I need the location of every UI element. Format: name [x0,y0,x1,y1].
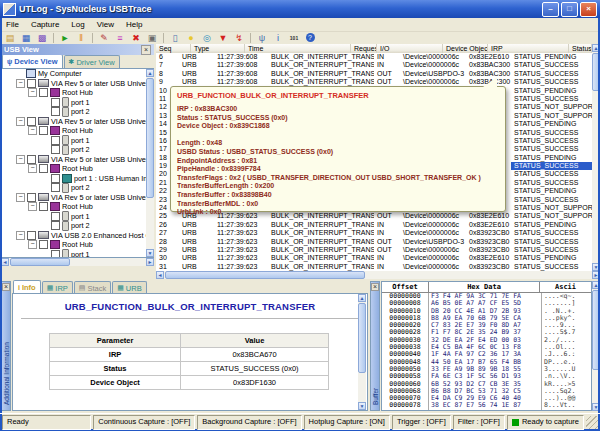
menu-item[interactable]: File [0,20,25,29]
tree-item[interactable]: − Root Hub [2,202,153,212]
tree-item[interactable]: − Root Hub [2,164,153,174]
grid-column-header[interactable]: Time [245,44,351,53]
info-vertical-scrollbar[interactable]: ▲ ▼ [358,294,366,410]
menu-item[interactable]: Capture [25,20,65,29]
close-button[interactable]: × [580,2,597,17]
grid-column-header[interactable]: Device Object [443,44,488,53]
usb-view-close-icon[interactable]: × [141,45,151,55]
tree-expand-icon[interactable]: − [16,193,25,202]
open-log-icon[interactable]: ▤ [3,32,17,44]
scroll-left-icon[interactable]: ◄ [156,271,164,279]
tree-checkbox[interactable] [51,183,60,192]
scroll-up-icon[interactable]: ▲ [146,69,154,77]
log-options-icon[interactable]: ≡ [113,32,127,44]
panel-close-icon[interactable]: × [2,283,10,291]
tree-item[interactable]: − port 1 [2,212,153,222]
tree-expand-icon[interactable]: − [16,79,25,88]
scrollbar-thumb[interactable] [146,78,154,198]
tree-item[interactable]: − Root Hub [2,126,153,136]
tree-checkbox[interactable] [39,240,48,249]
tree-item[interactable]: − VIA Rev 5 or later USB Universal Host … [2,193,153,203]
tree-item[interactable]: − port 1 [2,136,153,146]
tree-item[interactable]: − port 1 : USB Human Interface D [2,174,153,184]
tree-checkbox[interactable] [39,164,48,173]
tree-checkbox[interactable] [51,174,60,183]
tree-horizontal-scrollbar[interactable]: ◄ ► [1,258,154,266]
table-row[interactable]: 6 URB 11:27:39:608 BULK_OR_INTERRUPT_TRA… [156,53,592,61]
scroll-down-icon[interactable]: ▼ [358,402,366,410]
table-row[interactable]: 31 URB 11:27:39:623 BULK_OR_INTERRUPT_TR… [156,263,592,271]
grid-column-header[interactable]: IRP [488,44,569,53]
tree-checkbox[interactable] [51,212,60,221]
find-icon[interactable]: ◎ [200,32,214,44]
usb-view-tab[interactable]: ✱Driver View [64,55,120,68]
pause-capture-icon[interactable]: ‖ [74,32,88,44]
info-icon[interactable]: i [271,32,285,44]
filter-icon[interactable]: ▼ [216,32,230,44]
scroll-right-icon[interactable]: ► [146,258,154,266]
grid-column-header[interactable]: Request [351,44,377,53]
tree-item[interactable]: − Root Hub [2,240,153,250]
print-icon[interactable]: ▣ [145,32,159,44]
tree-checkbox[interactable] [51,107,60,116]
grid-column-header[interactable]: Status [569,44,592,53]
tree-item[interactable]: − port 1 [2,98,153,108]
tree-checkbox[interactable] [39,88,48,97]
tooltip-toggle-icon[interactable]: ● [184,32,198,44]
tree-item[interactable]: − VIA Rev 5 or later USB Universal Host … [2,155,153,165]
table-row[interactable]: 7 URB 11:27:39:608 BULK_OR_INTERRUPT_TRA… [156,61,592,69]
clear-log-icon[interactable]: ✖ [129,32,143,44]
scroll-left-icon[interactable]: ◄ [1,258,9,266]
tree-item[interactable]: − port 2 [2,145,153,155]
tree-checkbox[interactable] [51,145,60,154]
tree-item[interactable]: − My Computer [2,69,153,79]
scroll-up-icon[interactable]: ▲ [358,294,366,302]
devices-icon[interactable]: ψ [255,32,269,44]
tree-vertical-scrollbar[interactable]: ▲ ▼ [146,69,154,257]
maximize-button[interactable]: □ [561,2,578,17]
resize-grip[interactable] [586,416,598,429]
tree-item[interactable]: − Root Hub [2,88,153,98]
panel-close-icon[interactable]: × [371,283,379,291]
tree-expand-icon[interactable]: − [28,240,37,249]
menu-item[interactable]: View [91,20,120,29]
grid-column-header[interactable]: Seq [156,44,191,53]
tree-expand-icon[interactable]: − [28,88,37,97]
raw-view-icon[interactable]: ▯ [168,32,182,44]
grid-horizontal-scrollbar[interactable]: ◄ ► [156,271,600,279]
tree-checkbox[interactable] [27,193,36,202]
table-row[interactable]: 8 URB 11:27:39:608 BULK_OR_INTERRUPT_TRA… [156,70,592,78]
tree-expand-icon[interactable]: − [16,117,25,126]
tree-expand-icon[interactable]: − [28,202,37,211]
tree-checkbox[interactable] [51,221,60,230]
tree-checkbox[interactable] [39,202,48,211]
tree-checkbox[interactable] [51,136,60,145]
tree-item[interactable]: − port 2 [2,107,153,117]
tree-expand-icon[interactable]: − [16,155,25,164]
tree-item[interactable]: − port 2 [2,221,153,231]
tree-checkbox[interactable] [27,155,36,164]
start-capture-icon[interactable]: ► [58,32,72,44]
tree-expand-icon[interactable]: − [16,231,25,240]
table-row[interactable]: 27 URB 11:27:39:623 BULK_OR_INTERRUPT_TR… [156,229,592,237]
grid-column-header[interactable]: Type [191,44,245,53]
tree-expand-icon[interactable]: − [28,164,37,173]
tree-checkbox[interactable] [39,126,48,135]
tree-checkbox[interactable] [51,98,60,107]
tree-item[interactable]: − VIA Rev 5 or later USB Universal Host … [2,117,153,127]
tree-checkbox[interactable] [27,79,36,88]
toolbar-separator[interactable] [250,33,251,43]
toolbar-separator[interactable] [53,33,54,43]
save-log-icon[interactable]: ▦ [19,32,33,44]
info-panel-tab[interactable]: iInfo [13,280,41,294]
table-row[interactable]: 28 URB 11:27:39:623 BULK_OR_INTERRUPT_TR… [156,238,592,246]
menu-item[interactable]: Help [120,20,148,29]
table-row[interactable]: 29 URB 11:27:39:623 BULK_OR_INTERRUPT_TR… [156,246,592,254]
table-row[interactable]: 30 URB 11:27:39:623 BULK_OR_INTERRUPT_TR… [156,254,592,262]
edit-log-icon[interactable]: ✎ [97,32,111,44]
toolbar-separator[interactable] [92,33,93,43]
tree-checkbox[interactable] [51,250,60,258]
scroll-down-icon[interactable]: ▼ [146,249,154,257]
tree-expand-icon[interactable]: − [28,126,37,135]
tree-item[interactable]: − port 2 [2,183,153,193]
